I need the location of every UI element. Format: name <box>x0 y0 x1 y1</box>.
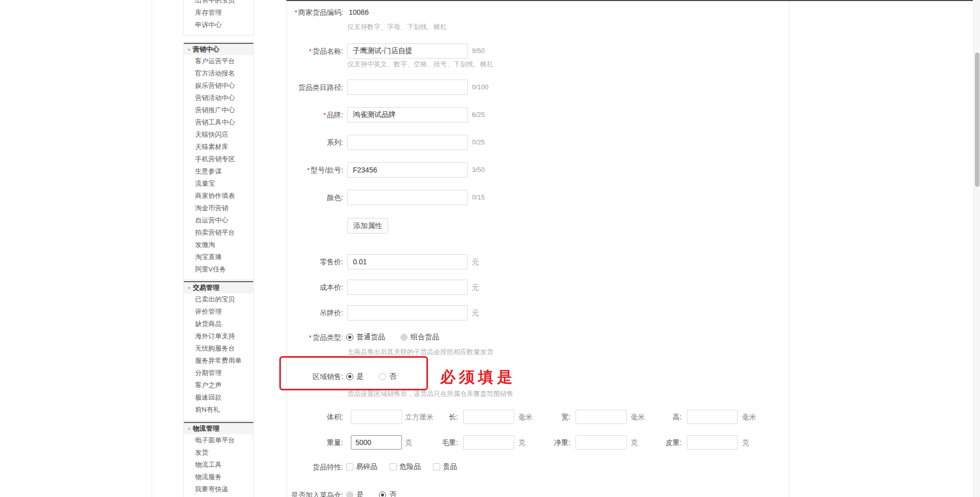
item-type-radio-1[interactable]: 组合货品 <box>400 333 439 342</box>
field-label-dimensions-1: 长: <box>412 410 458 424</box>
product-edit-page: 出售中的宝贝库存管理申诉中心▾营销中心客户运营平台官方活动报名娱乐营销中心营销活… <box>0 0 980 497</box>
dimensions-input-1[interactable] <box>463 410 514 424</box>
field-label-cainiao-warehouse: 是否加入菜鸟仓: <box>204 487 343 497</box>
retail-price-input[interactable] <box>347 254 468 269</box>
sidebar-section-header[interactable]: ▾物流管理 <box>184 422 253 434</box>
tag-price-unit: 元 <box>472 305 479 320</box>
sidebar-item[interactable]: 发货 <box>184 446 253 459</box>
field-label-item-name: *货品名称: <box>204 43 343 59</box>
left-page-divider <box>152 0 152 497</box>
field-label-series: 系列: <box>204 135 343 150</box>
chevron-down-icon: ▾ <box>188 47 190 52</box>
dimensions-input-2[interactable] <box>576 410 627 424</box>
cainiao-warehouse-radio-group: 是否 <box>346 487 396 497</box>
radio-icon <box>379 491 386 497</box>
field-label-dimensions-2: 宽: <box>524 410 570 424</box>
option-label: 危险品 <box>399 462 421 471</box>
sidebar-item[interactable]: 官方活动报名 <box>184 67 253 80</box>
item-name-counter: 9/50 <box>472 43 485 59</box>
regional-sale-radio-1[interactable]: 否 <box>379 372 396 381</box>
sidebar-item[interactable]: 极速回款 <box>184 391 253 404</box>
weights-input-3[interactable] <box>687 435 738 450</box>
field-label-retail-price: 零售价: <box>204 254 343 269</box>
sidebar-item[interactable]: 已卖出的宝贝 <box>184 293 253 306</box>
color-counter: 0/15 <box>472 190 485 205</box>
field-label-merchant-item-code: *商家货品编码: <box>204 5 343 20</box>
sidebar-item[interactable]: 前N有礼 <box>184 404 253 416</box>
dimensions-input-3[interactable] <box>687 410 738 424</box>
weights-input-2[interactable] <box>576 435 627 450</box>
required-asterisk: * <box>307 166 309 174</box>
weights-input-0[interactable] <box>351 435 402 450</box>
sidebar-item[interactable]: 自运营中心 <box>184 214 253 227</box>
tag-price-input[interactable] <box>347 305 468 320</box>
item-type-radio-group: 普通货品组合货品 <box>346 330 439 345</box>
category-path-counter: 0/100 <box>472 80 489 95</box>
option-label: 贵品 <box>443 462 457 471</box>
cainiao-warehouse-radio-1[interactable]: 否 <box>379 490 396 497</box>
field-label-weights-3: 皮重: <box>636 435 682 450</box>
required-asterisk: * <box>323 111 326 119</box>
series-counter: 0/25 <box>472 135 485 150</box>
scrollbar-thumb[interactable] <box>975 53 979 187</box>
field-label-item-traits: 货品特性: <box>204 459 343 475</box>
field-help-regional-sale: 货品设置区域销售后，该货品只在所属仓库覆盖范围销售 <box>347 389 513 399</box>
cainiao-warehouse-radio-0[interactable]: 是 <box>346 490 364 497</box>
cost-price-input[interactable] <box>347 280 468 295</box>
field-label-weights-2: 净重: <box>524 435 570 450</box>
sidebar-item[interactable]: 流量宝 <box>184 178 253 190</box>
option-label: 是 <box>356 490 364 497</box>
item-name-input[interactable] <box>347 43 468 59</box>
brand-input[interactable] <box>347 107 468 122</box>
scrollbar[interactable] <box>973 0 980 497</box>
sidebar-item[interactable]: 拍卖营销平台 <box>184 227 253 239</box>
field-label-dimensions-3: 高: <box>636 410 682 424</box>
category-path-input[interactable] <box>347 80 468 95</box>
color-input[interactable] <box>347 190 468 205</box>
series-input[interactable] <box>347 135 468 150</box>
field-label-dimensions-0: 体积: <box>297 410 343 424</box>
field-label-model: *型号/款号: <box>204 162 343 178</box>
field-help-merchant-item-code: 仅支持数字、字母、下划线、横杠 <box>347 22 447 32</box>
dimensions-input-0[interactable] <box>351 410 402 424</box>
sidebar-item[interactable]: 电子面单平台 <box>184 434 253 446</box>
radio-icon <box>400 334 408 341</box>
weights-unit-0: 克 <box>405 435 412 450</box>
field-label-category-path: 货品类目路径: <box>204 80 343 95</box>
item-traits-checkbox-1[interactable]: 危险品 <box>390 462 421 471</box>
annotation-text: 必须填是 <box>440 367 516 388</box>
item-type-radio-0[interactable]: 普通货品 <box>346 333 385 342</box>
field-label-weights-0: 重量: <box>297 435 343 450</box>
weights-input-1[interactable] <box>463 435 514 450</box>
sidebar-section-box: ▾交易管理已卖出的宝贝评价管理缺货商品海外订单支持无忧购服务台服务异常费用单分期… <box>183 281 254 420</box>
item-traits-checkbox-group: 易碎品危险品贵品 <box>346 459 457 475</box>
option-label: 否 <box>389 372 396 381</box>
field-help-item-type: 主商品售出后其关联的子货品会按照相应数量发货 <box>347 347 493 357</box>
model-counter: 3/50 <box>472 162 485 178</box>
field-value-merchant-item-code: 10086 <box>349 5 369 20</box>
item-traits-checkbox-2[interactable]: 贵品 <box>433 462 457 471</box>
dimensions-unit-3: 毫米 <box>742 410 756 424</box>
radio-icon <box>346 373 353 380</box>
checkbox-icon <box>346 463 353 470</box>
item-traits-checkbox-0[interactable]: 易碎品 <box>346 462 377 471</box>
model-input[interactable] <box>347 162 468 178</box>
field-label-brand: *品牌: <box>204 107 343 123</box>
option-label: 普通货品 <box>356 333 385 342</box>
option-label: 否 <box>389 490 396 497</box>
required-asterisk: * <box>309 47 312 55</box>
add-attribute-button[interactable]: 添加属性 <box>347 218 388 234</box>
sidebar-item[interactable]: 发微淘 <box>184 239 253 251</box>
field-label-weights-1: 毛重: <box>412 435 458 450</box>
checkbox-icon <box>390 463 397 470</box>
regional-sale-radio-0[interactable]: 是 <box>346 372 364 381</box>
sidebar-item[interactable]: 服务异常费用单 <box>184 355 253 367</box>
option-label: 组合货品 <box>411 333 439 342</box>
required-asterisk: * <box>309 334 312 341</box>
regional-sale-radio-group: 是否 <box>346 369 396 384</box>
weights-unit-3: 克 <box>742 435 749 450</box>
chevron-down-icon: ▾ <box>188 286 190 290</box>
sidebar-item[interactable]: 申诉中心 <box>184 19 253 31</box>
field-label-color: 颜色: <box>204 190 343 205</box>
retail-price-unit: 元 <box>472 254 479 269</box>
